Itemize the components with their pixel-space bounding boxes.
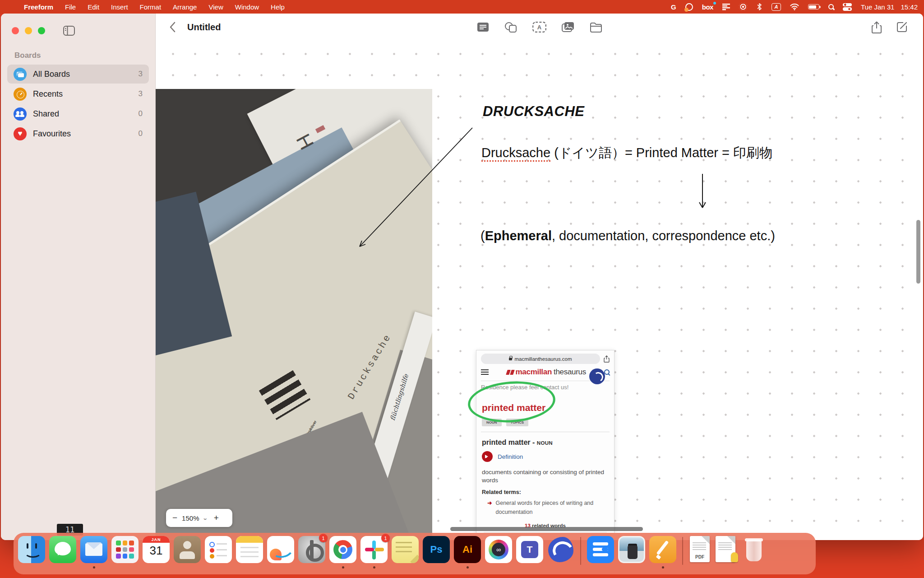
dock-calendar[interactable]: JAN31 (143, 536, 170, 563)
menu-format[interactable]: Format (134, 3, 167, 11)
dock-system-settings[interactable]: 1 (298, 536, 325, 563)
dock-preview-window[interactable] (618, 536, 645, 563)
red-arrow-icon: ➜ (487, 499, 492, 517)
dock-finder[interactable] (18, 536, 45, 563)
dock-contacts[interactable] (174, 536, 201, 563)
sidebar: Boards All Boards 3 Recents 3 Shared 0 F… (1, 14, 156, 540)
sidebar-section-title: Boards (14, 51, 155, 60)
lock-icon (509, 358, 512, 360)
dock-notability[interactable] (547, 536, 574, 563)
svg-text:A: A (537, 24, 541, 31)
list-status-icon[interactable] (722, 2, 730, 12)
chevron-down-icon[interactable]: ⌄ (197, 515, 213, 521)
grammarly-icon[interactable]: G (671, 2, 676, 12)
dock-mail[interactable] (80, 536, 107, 563)
macmillan-logo: macmillan thesaurus (489, 368, 604, 377)
dock-slack[interactable]: 1 (360, 536, 388, 563)
zoom-button[interactable] (38, 27, 45, 34)
back-button[interactable] (169, 22, 176, 33)
related-term-item: ➜ General words for pieces of writing an… (487, 499, 606, 517)
dock-illustrator[interactable]: Ai (454, 536, 481, 563)
sidebar-item-count: 0 (139, 109, 143, 118)
board-title[interactable]: Untitled (187, 22, 221, 33)
dock-chrome[interactable] (329, 536, 356, 563)
bluetooth-icon[interactable] (756, 2, 762, 12)
spotlight-icon[interactable] (828, 2, 834, 12)
dock-pages[interactable] (649, 536, 676, 563)
media-button[interactable] (562, 22, 574, 33)
menu-window[interactable]: Window (229, 3, 265, 11)
input-source-icon[interactable]: A (772, 2, 781, 12)
dock-teams[interactable]: T (516, 536, 543, 563)
new-board-button[interactable] (896, 21, 908, 33)
dock-pdf-file[interactable]: PDF (689, 536, 711, 563)
menubar-time: 15:42 (901, 3, 918, 11)
sidebar-item-label: Recents (33, 89, 63, 99)
all-boards-icon (14, 68, 27, 81)
text-box-button[interactable]: A (532, 22, 546, 33)
dock-notes[interactable] (236, 536, 263, 563)
sticky-note-button[interactable] (477, 22, 489, 33)
board-toolbar: Untitled A (156, 14, 923, 41)
dock-photoshop[interactable]: Ps (423, 536, 450, 563)
dock: JAN31 1 1 Ps Ai ∞ T PDF (14, 533, 816, 574)
photo-printed-matter[interactable]: V morbus H Drucksache Edition und Ausste… (156, 89, 432, 540)
macmillan-flags-icon (507, 370, 514, 375)
share-button[interactable] (872, 21, 882, 33)
zoom-out-button[interactable]: − (166, 513, 182, 523)
sidebar-item-recents[interactable]: Recents 3 (7, 84, 149, 103)
capture-icon[interactable] (685, 2, 693, 12)
ephemeral-bold: Ephemeral (485, 228, 552, 243)
menu-arrange[interactable]: Arrange (167, 3, 203, 11)
battery-icon[interactable] (808, 2, 819, 12)
dock-creative-cloud[interactable]: ∞ (485, 536, 512, 563)
freeform-window: Boards All Boards 3 Recents 3 Shared 0 F… (1, 14, 923, 540)
close-button[interactable] (12, 27, 19, 34)
dock-freeform[interactable] (267, 536, 294, 563)
translation-rest: (ドイツ語）= Printed Matter = 印刷物 (550, 145, 772, 160)
menubar-date: Tue Jan 31 (861, 3, 895, 11)
dock-launchpad[interactable] (111, 536, 139, 563)
sidebar-toggle-icon[interactable] (63, 26, 75, 36)
zoom-control: − 150% ⌄ + (166, 509, 232, 527)
sidebar-item-all-boards[interactable]: All Boards 3 (7, 65, 149, 84)
wifi-icon[interactable] (790, 2, 799, 12)
sidebar-item-favourites[interactable]: Favourites 0 (7, 124, 149, 143)
menu-help[interactable]: Help (265, 3, 291, 11)
vertical-scrollbar[interactable] (916, 220, 920, 284)
shapes-button[interactable] (504, 22, 517, 33)
dock-stickies[interactable] (392, 536, 419, 563)
heading-drucksache[interactable]: DRUCKSACHE (483, 103, 584, 120)
minimize-button[interactable] (25, 27, 32, 34)
dock-trash[interactable] (740, 536, 767, 563)
airdrop-icon[interactable] (739, 2, 747, 12)
dock-box-notes[interactable] (587, 536, 614, 563)
board-canvas[interactable]: V morbus H Drucksache Edition und Ausste… (156, 14, 923, 540)
menu-edit[interactable]: Edit (82, 3, 105, 11)
dock-document-file[interactable] (715, 536, 736, 563)
app-menu-freeform[interactable]: Freeform (18, 3, 59, 11)
recents-icon (14, 88, 27, 101)
sidebar-item-count: 0 (139, 129, 143, 138)
folder-button[interactable] (590, 22, 602, 33)
menu-file[interactable]: File (59, 3, 82, 11)
menu-insert[interactable]: Insert (105, 3, 134, 11)
menubar-clock[interactable]: Tue Jan 31 15:42 (861, 3, 918, 11)
sidebar-item-count: 3 (139, 89, 143, 98)
menu-view[interactable]: View (203, 3, 229, 11)
dock-divider (682, 537, 683, 565)
sidebar-item-shared[interactable]: Shared 0 (7, 104, 149, 123)
definition-text: documents containing or consisting of pr… (482, 468, 609, 485)
dock-reminders[interactable] (205, 536, 232, 563)
safari-share-icon (604, 355, 610, 363)
text-translation-line[interactable]: Drucksache (ドイツ語）= Printed Matter = 印刷物 (481, 144, 772, 162)
thesaurus-screenshot[interactable]: macmillanthesaurus.com macmillan thesaur… (476, 350, 614, 533)
box-sync-icon[interactable]: box (702, 2, 713, 12)
related-terms-label: Related terms: (482, 489, 614, 495)
sidebar-item-label: All Boards (33, 70, 70, 79)
control-center-icon[interactable] (843, 2, 852, 12)
text-ephemeral-line[interactable]: (Ephemeral, documentation, correspondenc… (480, 228, 775, 243)
sidebar-item-count: 3 (139, 70, 143, 79)
dock-messages[interactable] (49, 536, 76, 563)
horizontal-scrollbar[interactable] (450, 527, 643, 531)
